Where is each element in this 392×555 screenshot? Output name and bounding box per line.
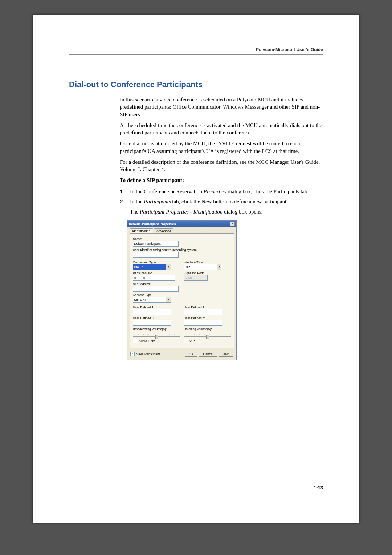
text: button to define a new participant. (212, 199, 288, 204)
paragraph: Once dial out is attempted by the MCU, t… (120, 140, 323, 155)
text-bold: Participants (274, 189, 299, 194)
label-listening-volume: Listening Volume(5): (184, 327, 231, 331)
step-2: 2 In the Participants tab, click the New… (120, 198, 323, 205)
text: tab. (299, 189, 309, 194)
label-name: Name: (133, 237, 231, 241)
label-interface-type: Interface Type: (184, 260, 231, 264)
ordered-steps: 1 In the Conference or Reservation Prope… (120, 188, 323, 216)
dialog-tabs: Identification Advanced (127, 227, 236, 233)
save-participant-checkbox[interactable]: ✓ (130, 352, 135, 356)
running-header: Polycom-Microsoft User's Guide (256, 47, 323, 52)
label-ud1: User Defined 1: (133, 305, 180, 309)
label-connection-type: Connection Type: (133, 260, 180, 264)
label-user-identifier: User Identifier String sent to Recording… (133, 248, 231, 252)
label-ud3: User Defined 3: (133, 316, 180, 320)
paragraph: In this scenario, a video conference is … (120, 96, 323, 118)
step-number: 1 (120, 188, 130, 195)
vip-checkbox[interactable] (184, 339, 188, 343)
address-type-select[interactable]: SIP URI (133, 297, 171, 303)
participant-ip-field[interactable]: 0 . 0 . 0 . 0 (133, 275, 175, 281)
text-bold: New (201, 199, 212, 204)
step-text: In the Conference or Reservation Propert… (130, 188, 323, 195)
paragraph: At the scheduled time the conference is … (120, 122, 323, 137)
user-defined-4-field[interactable] (184, 320, 222, 326)
label-save-participant: Save Participant (136, 352, 160, 356)
cancel-button[interactable]: Cancel (199, 352, 217, 357)
dialog-titlebar: Default -Participant Properties X (127, 221, 236, 227)
user-defined-2-field[interactable] (184, 309, 222, 315)
paragraph: For a detailed description of the confer… (120, 158, 323, 173)
header-rule (69, 54, 323, 55)
ok-button[interactable]: OK (185, 352, 197, 357)
listening-volume-slider[interactable]: ·········· (184, 331, 231, 337)
sip-address-field[interactable] (133, 286, 179, 292)
text: dialog box, click the (226, 189, 274, 194)
close-icon[interactable]: X (230, 222, 235, 226)
text: tab, click the (171, 199, 202, 204)
label-address-type: Address Type: (133, 293, 180, 297)
step-number: 2 (120, 198, 130, 205)
section-heading: Dial-out to Conference Participants (69, 80, 323, 89)
step-text: In the Participants tab, click the New b… (130, 198, 323, 205)
signaling-port-field: 5060 (184, 275, 208, 281)
text: In the (130, 199, 144, 204)
audio-only-checkbox[interactable] (133, 339, 137, 343)
label-broadcast-volume: Broadcasting Volume(5): (133, 327, 180, 331)
name-field[interactable]: Default Participant (133, 241, 179, 247)
text-italic: Participants (144, 199, 171, 204)
label-ud4: User Defined 4: (184, 316, 231, 320)
label-participant-ip: Participant IP: (133, 271, 180, 275)
procedure-lead: To define a SIP participant: (120, 177, 323, 184)
text: The (130, 209, 140, 215)
page-number: 1-13 (314, 485, 323, 490)
dialog-footer: ✓ Save Participant OK Cancel Help (127, 350, 236, 360)
user-identifier-field[interactable] (133, 252, 179, 258)
dialog-title: Default -Participant Properties (129, 222, 176, 226)
label-vip: VIP (189, 339, 195, 343)
tab-advanced[interactable]: Advanced (154, 228, 173, 233)
page: Polycom-Microsoft User's Guide Dial-out … (33, 15, 359, 523)
interface-type-select[interactable]: SIP (184, 264, 222, 270)
broadcast-volume-slider[interactable]: ·········· (133, 331, 180, 337)
dialog-body: Name: Default Participant User Identifie… (130, 233, 234, 348)
text: dialog box opens. (222, 209, 262, 215)
label-audio-only: Audio Only (139, 339, 155, 343)
participant-properties-dialog: Default -Participant Properties X Identi… (127, 220, 237, 360)
step-result: The Participant Properties - Identificat… (130, 208, 323, 215)
step-1: 1 In the Conference or Reservation Prope… (120, 188, 323, 195)
text-italic: Participant Properties - Identification (140, 209, 222, 215)
text: In the Conference or Reservation (130, 189, 204, 194)
label-sip-address: SIP Address: (133, 282, 180, 286)
label-signaling-port: Signaling Port: (184, 271, 231, 275)
text-italic: Properties (204, 189, 226, 194)
tab-identification[interactable]: Identification (130, 228, 153, 233)
user-defined-1-field[interactable] (133, 309, 171, 315)
connection-type-select[interactable]: Dial-in (133, 264, 171, 270)
body-text: In this scenario, a video conference is … (120, 96, 323, 184)
help-button[interactable]: Help (219, 352, 233, 357)
label-ud2: User Defined 2: (184, 305, 231, 309)
user-defined-3-field[interactable] (133, 320, 171, 326)
